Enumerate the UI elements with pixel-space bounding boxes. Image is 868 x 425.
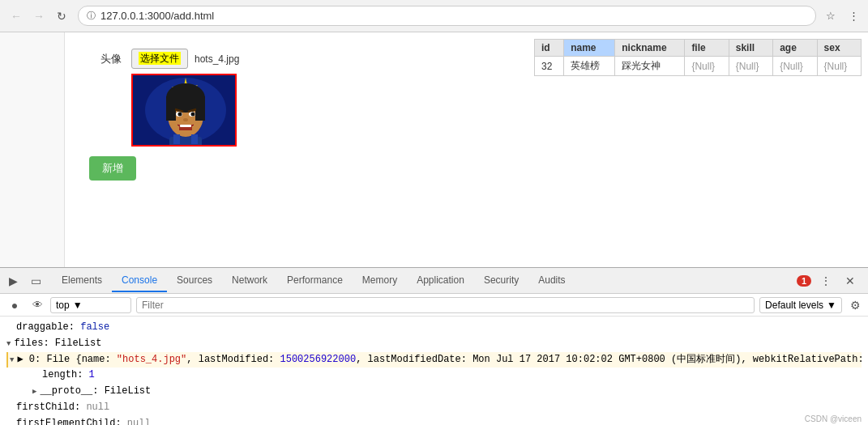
table-header-row: id name nickname file skill age sex (535, 40, 862, 57)
devtools-icons-left: ▶ ▭ (3, 271, 45, 291)
data-table: id name nickname file skill age sex 32英雄… (534, 39, 862, 76)
device-toolbar-button[interactable]: ▭ (26, 271, 45, 291)
console-settings-button[interactable]: ⚙ (847, 297, 863, 313)
console-selector[interactable]: top ▼ (50, 297, 131, 313)
tab-security[interactable]: Security (474, 270, 528, 292)
svg-rect-18 (191, 134, 198, 144)
filter-input[interactable] (136, 297, 755, 313)
file-input-row: 选择文件 hots_4.jpg (131, 49, 239, 69)
col-sex: sex (817, 40, 861, 57)
svg-point-13 (183, 118, 188, 121)
tab-elements[interactable]: Elements (52, 270, 112, 292)
hero-image (133, 74, 235, 147)
bookmark-button[interactable]: ☆ (823, 8, 839, 24)
console-line: length: 1 (6, 368, 862, 384)
levels-text: Default levels (765, 300, 823, 311)
image-preview-box (131, 74, 237, 147)
svg-rect-5 (166, 96, 176, 121)
console-output[interactable]: draggable: false▼files: FileList▼▶ 0: Fi… (0, 317, 868, 425)
table-cell: {Null} (729, 57, 772, 76)
add-button[interactable]: 新增 (89, 156, 136, 181)
console-line: firstElementChild: null (6, 416, 862, 425)
levels-selector[interactable]: Default levels ▼ (759, 297, 842, 313)
devtools: ▶ ▭ Elements Console Sources Network Per… (0, 267, 868, 425)
svg-rect-17 (173, 134, 180, 144)
svg-point-10 (191, 113, 195, 117)
forward-button[interactable]: → (29, 6, 49, 26)
devtools-close-button[interactable]: ✕ (840, 271, 860, 291)
col-nickname: nickname (615, 40, 685, 57)
watermark: CSDN @viceen (805, 414, 862, 423)
table-cell: {Null} (817, 57, 861, 76)
devtools-toolbar: ● 👁 top ▼ Default levels ▼ ⚙ (0, 294, 868, 317)
nav-buttons: ← → ↻ (6, 6, 71, 26)
avatar-form-row: 头像 选择文件 hots_4.jpg (89, 49, 503, 147)
right-panel: id name nickname file skill age sex 32英雄… (528, 32, 868, 267)
table-cell: {Null} (685, 57, 729, 76)
tab-audits[interactable]: Audits (528, 270, 575, 292)
back-button[interactable]: ← (6, 6, 26, 26)
tab-network[interactable]: Network (222, 270, 277, 292)
tab-memory[interactable]: Memory (353, 270, 407, 292)
error-badge: 1 (797, 275, 811, 287)
browser-chrome: ← → ↻ ⓘ 127.0.0.1:3000/add.html ☆ ⋮ (0, 0, 868, 32)
url-text: 127.0.0.1:3000/add.html (100, 10, 807, 22)
svg-rect-6 (195, 96, 205, 121)
table-cell: {Null} (773, 57, 817, 76)
console-line: firstChild: null (6, 400, 862, 416)
devtools-tab-bar: ▶ ▭ Elements Console Sources Network Per… (0, 268, 868, 294)
svg-rect-15 (180, 125, 191, 127)
devtools-actions: 1 ⋮ ✕ (797, 271, 860, 291)
col-age: age (773, 40, 817, 57)
col-file: file (685, 40, 729, 57)
clear-console-button[interactable]: ● (5, 295, 24, 315)
menu-button[interactable]: ⋮ (845, 8, 862, 24)
col-name: name (564, 40, 615, 57)
file-name-text: hots_4.jpg (195, 53, 239, 65)
tab-application[interactable]: Application (407, 270, 474, 292)
table-cell: 英雄榜 (564, 57, 615, 76)
choose-file-label: 选择文件 (139, 52, 181, 65)
console-context-text: top (56, 300, 70, 311)
devtools-settings-button[interactable]: ⋮ (816, 271, 836, 291)
file-upload-area: 选择文件 hots_4.jpg (131, 49, 239, 147)
table-row: 32英雄榜踩光女神{Null}{Null}{Null}{Null} (535, 57, 862, 76)
inspect-element-button[interactable]: ▶ (3, 271, 23, 291)
tab-performance[interactable]: Performance (277, 270, 353, 292)
levels-arrow: ▼ (827, 300, 836, 311)
page-area: 头像 选择文件 hots_4.jpg (0, 32, 868, 267)
table-cell: 踩光女神 (615, 57, 685, 76)
console-line: ▼files: FileList (6, 336, 862, 352)
svg-point-9 (178, 113, 182, 117)
console-line: draggable: false (6, 320, 862, 336)
info-icon: ⓘ (87, 10, 96, 22)
avatar-label: 头像 (89, 49, 122, 66)
sidebar-left (0, 32, 65, 267)
refresh-button[interactable]: ↻ (52, 6, 71, 26)
tab-console[interactable]: Console (112, 270, 167, 292)
console-line: ▶__proto__: FileList (6, 384, 862, 400)
console-line: ▼▶ 0: File {name: "hots_4.jpg", lastModi… (6, 352, 862, 368)
chrome-actions: ☆ ⋮ (823, 8, 862, 24)
col-id: id (535, 40, 564, 57)
table-cell: 32 (535, 57, 564, 76)
dropdown-arrow: ▼ (73, 300, 83, 311)
choose-file-button[interactable]: 选择文件 (131, 49, 188, 69)
main-content: 头像 选择文件 hots_4.jpg (65, 32, 528, 267)
address-bar[interactable]: ⓘ 127.0.0.1:3000/add.html (78, 6, 816, 26)
hero-svg (133, 74, 235, 147)
eye-button[interactable]: 👁 (29, 297, 45, 313)
tab-sources[interactable]: Sources (167, 270, 222, 292)
col-skill: skill (729, 40, 772, 57)
